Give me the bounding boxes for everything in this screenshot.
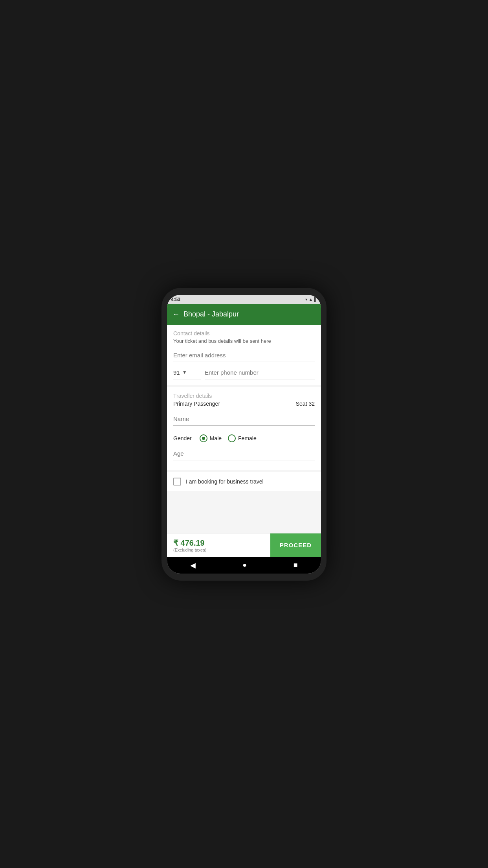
phone-row: 91 ▼ [173,366,315,379]
seat-info: Seat 32 [296,401,315,407]
female-radio[interactable] [228,434,236,442]
age-input[interactable] [173,447,315,460]
nav-back-icon[interactable]: ◀ [190,561,196,570]
phone-screen: 4:53 ▾ ▲ ▌ ← Bhopal - Jabalpur Contact d… [167,295,321,574]
status-bar: 4:53 ▾ ▲ ▌ [167,295,321,304]
country-code-selector[interactable]: 91 ▼ [173,366,201,379]
traveller-header: Primary Passenger Seat 32 [173,401,315,407]
header-title: Bhopal - Jabalpur [183,310,239,318]
main-content: Contact details Your ticket and bus deta… [167,325,321,533]
back-button[interactable]: ← [172,310,180,318]
dropdown-arrow-icon: ▼ [182,370,187,375]
price-section: ₹ 476.19 (Excluding taxes) [167,534,270,556]
female-label: Female [238,435,257,441]
contact-section: Contact details Your ticket and bus deta… [167,325,321,385]
business-travel-section: I am booking for business travel [167,472,321,491]
price-amount: ₹ 476.19 [173,538,264,548]
contact-subtitle: Your ticket and bus details will be sent… [173,338,315,344]
gender-male-option[interactable]: Male [200,434,222,442]
nav-home-icon[interactable]: ● [242,561,247,569]
traveller-section: Traveller details Primary Passenger Seat… [167,387,321,470]
signal-icon: ▲ [309,297,313,302]
phone-input[interactable] [205,366,315,379]
name-input[interactable] [173,412,315,426]
nav-recents-icon[interactable]: ■ [294,561,298,569]
currency-symbol: ₹ [173,539,178,547]
price-value: 476.19 [181,539,205,547]
email-input[interactable] [173,349,315,362]
seat-label: Seat [296,401,307,407]
country-code-value: 91 [173,369,180,376]
gender-female-option[interactable]: Female [228,434,257,442]
phone-frame: 4:53 ▾ ▲ ▌ ← Bhopal - Jabalpur Contact d… [161,288,327,581]
gender-label: Gender [173,435,192,441]
seat-number: 32 [308,401,315,407]
spacer [167,493,321,497]
traveller-section-title: Traveller details [173,393,315,399]
app-header: ← Bhopal - Jabalpur [167,304,321,325]
gender-row: Gender Male Female [173,434,315,442]
contact-section-title: Contact details [173,330,315,337]
status-time: 4:53 [171,297,180,302]
business-travel-label: I am booking for business travel [186,478,264,485]
nav-bar: ◀ ● ■ [167,557,321,574]
business-travel-checkbox[interactable] [173,478,181,485]
male-radio-inner [202,437,205,440]
battery-icon: ▌ [314,297,317,302]
bottom-bar: ₹ 476.19 (Excluding taxes) PROCEED [167,533,321,557]
status-icons: ▾ ▲ ▌ [305,297,317,302]
male-radio[interactable] [200,434,207,442]
price-note: (Excluding taxes) [173,548,264,552]
proceed-button[interactable]: PROCEED [270,533,321,557]
male-label: Male [210,435,222,441]
wifi-icon: ▾ [305,297,307,302]
passenger-label: Primary Passenger [173,401,220,407]
